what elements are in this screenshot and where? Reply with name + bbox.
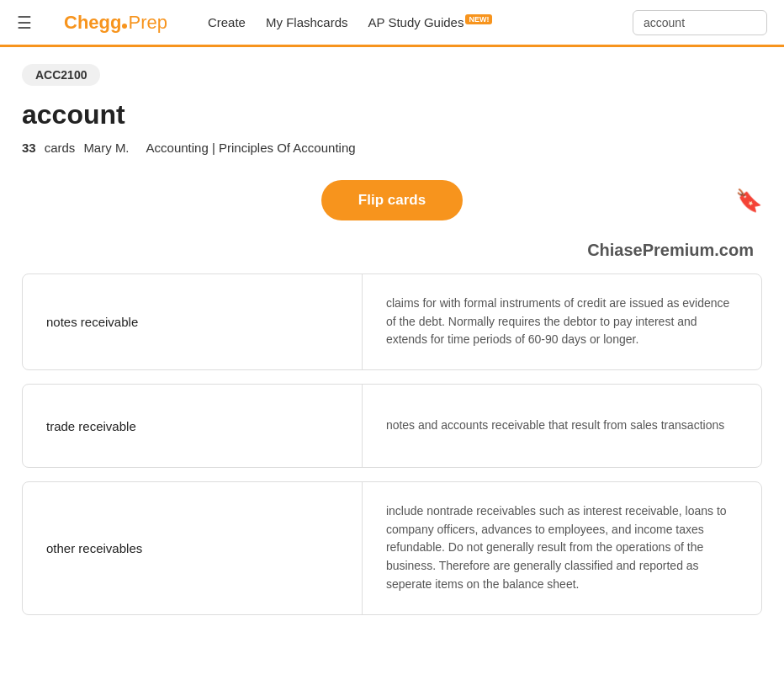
- bookmark-icon[interactable]: 🔖: [735, 188, 762, 214]
- table-row: other receivables include nontrade recei…: [22, 481, 762, 614]
- nav-my-flashcards[interactable]: My Flashcards: [266, 15, 348, 29]
- main-content: ACC2100 account 33 cards Mary M. Account…: [5, 47, 779, 632]
- logo-dot: [122, 24, 127, 29]
- nav-ap-label: AP Study Guides: [368, 15, 464, 29]
- definition-0: claims for with formal instruments of cr…: [363, 274, 761, 369]
- logo-prep: Prep: [128, 12, 167, 34]
- flip-section: Flip cards 🔖: [22, 180, 762, 220]
- flip-cards-button[interactable]: Flip cards: [321, 180, 463, 220]
- header-left: ☰ CheggPrep Create My Flashcards AP Stud…: [17, 12, 492, 34]
- definition-2: include nontrade receivables such as int…: [363, 482, 761, 613]
- hamburger-icon[interactable]: ☰: [17, 13, 32, 33]
- term-2: other receivables: [23, 482, 363, 613]
- term-1: trade receivable: [23, 385, 363, 467]
- nav-create[interactable]: Create: [208, 15, 246, 29]
- nav-ap-study-guides[interactable]: AP Study GuidesNEW!: [368, 15, 493, 29]
- meta-row: 33 cards Mary M. Accounting | Principles…: [22, 141, 762, 155]
- header: ☰ CheggPrep Create My Flashcards AP Stud…: [0, 0, 784, 47]
- card-count: 33: [22, 141, 36, 155]
- table-row: trade receivable notes and accounts rece…: [22, 384, 762, 468]
- definition-1: notes and accounts receivable that resul…: [363, 385, 761, 467]
- nav-new-badge: NEW!: [465, 14, 492, 24]
- term-0: notes receivable: [23, 274, 363, 369]
- table-row: notes receivable claims for with formal …: [22, 273, 762, 370]
- page-title: account: [22, 99, 762, 130]
- cards-label: cards: [45, 141, 76, 155]
- subject-label: Accounting | Principles Of Accounting: [146, 141, 356, 155]
- author-name: Mary M.: [83, 141, 129, 155]
- search-input[interactable]: [633, 10, 767, 35]
- watermark: ChiasePremium.com: [22, 241, 762, 260]
- flashcard-list: notes receivable claims for with formal …: [22, 273, 762, 615]
- main-nav: Create My Flashcards AP Study GuidesNEW!: [208, 15, 493, 29]
- logo-chegg: Chegg: [64, 12, 121, 34]
- header-right: [633, 10, 767, 35]
- course-tag[interactable]: ACC2100: [22, 64, 100, 86]
- logo[interactable]: CheggPrep: [64, 12, 167, 34]
